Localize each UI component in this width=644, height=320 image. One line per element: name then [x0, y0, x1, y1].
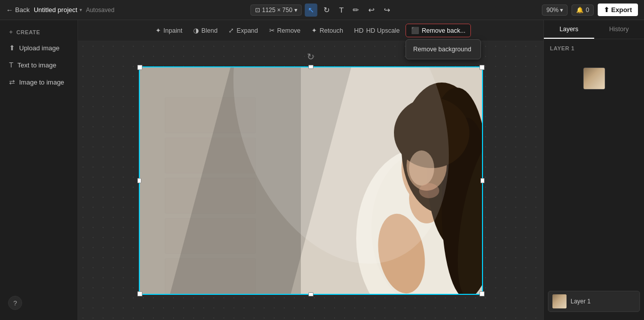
layer-thumbnail	[583, 67, 605, 90]
main-layout: ＋ Create ⬆ Upload image T Text to image …	[0, 20, 644, 320]
undo-button[interactable]: ↩	[365, 4, 378, 17]
canvas-frame-wrapper: ↻	[139, 66, 483, 295]
right-panel: Layers History Layer 1	[543, 20, 644, 320]
canvas-image	[140, 67, 482, 294]
help-button[interactable]: ?	[8, 296, 22, 310]
export-button[interactable]: ⬆ Export	[598, 4, 638, 16]
sidebar-item-text-to-image[interactable]: T Text to image	[4, 57, 73, 73]
text-tool-button[interactable]: T	[336, 4, 347, 16]
canvas-image-inner	[140, 67, 482, 294]
retouch-label: Retouch	[319, 27, 343, 34]
topbar-left: ← Back Untitled project ▾ Autosaved	[6, 6, 114, 14]
canvas-frame[interactable]	[139, 66, 483, 295]
layer-row[interactable]: Layer 1	[548, 291, 640, 312]
select-tool-button[interactable]: ↖	[305, 4, 317, 17]
expand-label: Expand	[236, 27, 258, 34]
layer-row-thumb-inner	[552, 294, 567, 308]
toolbar: ✦ Inpaint ◑ Blend ⤢ Expand ✂ Remove ✦ Re…	[78, 20, 543, 41]
cursor-icon: ↖	[308, 6, 314, 15]
sidebar-item-upload[interactable]: ⬆ Upload image	[4, 40, 73, 56]
layers-tab[interactable]: Layers	[544, 20, 594, 39]
remove-button[interactable]: ✂ Remove	[264, 24, 306, 37]
plus-icon: ＋	[8, 28, 14, 36]
resize-icon: ⊡	[255, 7, 260, 14]
layer-row-thumbnail	[552, 294, 567, 308]
remove-background-item[interactable]: Remove background	[406, 42, 480, 57]
text-to-image-icon: T	[9, 61, 14, 69]
remove-label: Remove	[277, 27, 301, 34]
pen-tool-button[interactable]: ✏	[350, 4, 362, 17]
layer-section-label: Layer 1	[548, 43, 640, 54]
project-title-group: Untitled project ▾	[34, 6, 82, 14]
blend-label: Blend	[201, 27, 217, 34]
resize-handle-mr[interactable]	[480, 178, 485, 183]
canvas-refresh-button[interactable]: ↻	[307, 51, 314, 62]
sidebar-item-upload-label: Upload image	[19, 44, 59, 52]
back-button[interactable]: ← Back	[6, 6, 30, 14]
blend-button[interactable]: ◑ Blend	[188, 24, 222, 37]
layers-tab-label: Layers	[559, 26, 579, 33]
sidebar-item-text-to-image-label: Text to image	[18, 61, 56, 69]
resize-handle-br[interactable]	[479, 291, 485, 296]
back-label: Back	[15, 6, 30, 14]
upload-icon: ⬆	[9, 44, 15, 52]
remove-bg-icon: ⬛	[411, 27, 419, 34]
topbar-center: ⊡ 1125 × 750 ▾ ↖ ↻ T ✏ ↩ ↪	[251, 4, 394, 17]
zoom-value: 90%	[546, 7, 558, 14]
remove-bg-button[interactable]: ⬛ Remove back...	[406, 24, 471, 37]
chevron-down-icon[interactable]: ▾	[79, 7, 82, 13]
chevron-size-icon: ▾	[294, 7, 297, 14]
sidebar-item-image-to-image[interactable]: ⇄ Image to image	[4, 74, 73, 90]
canvas-size-button[interactable]: ⊡ 1125 × 750 ▾	[251, 5, 302, 16]
retouch-button[interactable]: ✦ Retouch	[306, 24, 348, 37]
zoom-chevron-icon: ▾	[560, 7, 563, 14]
canvas-size-value: 1125 × 750	[262, 7, 292, 14]
hd-icon: HD	[354, 27, 364, 34]
expand-button[interactable]: ⤢ Expand	[223, 24, 263, 37]
layer-thumbnail-content	[584, 68, 605, 89]
layer-row-name: Layer 1	[571, 298, 591, 305]
sidebar-item-image-to-image-label: Image to image	[19, 78, 64, 86]
inpaint-label: Inpaint	[164, 27, 183, 34]
inpaint-button[interactable]: ✦ Inpaint	[150, 24, 188, 37]
redo-icon: ↪	[384, 6, 390, 15]
history-tab-label: History	[609, 26, 629, 33]
resize-handle-ml[interactable]	[137, 178, 141, 183]
hd-upscale-label: HD Upscale	[366, 27, 400, 34]
history-tab[interactable]: History	[594, 20, 645, 39]
rotate-tool-button[interactable]: ↻	[320, 4, 333, 17]
remove-bg-wrapper: ⬛ Remove back... Remove background	[406, 24, 471, 37]
export-label: Export	[611, 6, 632, 14]
layers-list: Layer 1 Layer 1	[544, 39, 644, 320]
left-sidebar: ＋ Create ⬆ Upload image T Text to image …	[0, 20, 78, 320]
resize-handle-bm[interactable]	[308, 292, 313, 296]
panel-tabs: Layers History	[544, 20, 644, 39]
topbar-right: 90% ▾ 🔔 0 ⬆ Export	[542, 4, 638, 16]
resize-handle-bl[interactable]	[137, 291, 142, 296]
pen-icon: ✏	[353, 6, 359, 15]
back-arrow-icon: ←	[6, 6, 13, 14]
resize-handle-tr[interactable]	[479, 65, 485, 70]
retouch-icon: ✦	[311, 27, 317, 34]
resize-handle-tm[interactable]	[308, 65, 313, 69]
redo-button[interactable]: ↪	[381, 4, 393, 17]
notif-count: 0	[586, 7, 589, 14]
resize-handle-tl[interactable]	[137, 65, 142, 70]
expand-icon: ⤢	[228, 27, 234, 34]
sidebar-create-label: ＋ Create	[4, 26, 73, 40]
text-icon: T	[339, 6, 344, 14]
hd-upscale-button[interactable]: HD HD Upscale	[349, 24, 405, 37]
topbar: ← Back Untitled project ▾ Autosaved ⊡ 11…	[0, 0, 644, 20]
autosaved-label: Autosaved	[86, 7, 115, 14]
sidebar-bottom: ?	[4, 292, 73, 314]
remove-bg-dropdown: Remove background	[406, 39, 481, 59]
canvas-container: ↻	[78, 41, 543, 320]
blend-icon: ◑	[193, 27, 199, 34]
remove-icon: ✂	[269, 27, 275, 34]
canvas-photo-svg	[140, 67, 482, 294]
layer-row-area: Layer 1	[548, 291, 640, 316]
notification-button[interactable]: 🔔 0	[572, 5, 594, 16]
zoom-button[interactable]: 90% ▾	[542, 5, 568, 16]
image-to-image-icon: ⇄	[9, 78, 15, 86]
layer-thumbnail-area	[548, 57, 640, 100]
